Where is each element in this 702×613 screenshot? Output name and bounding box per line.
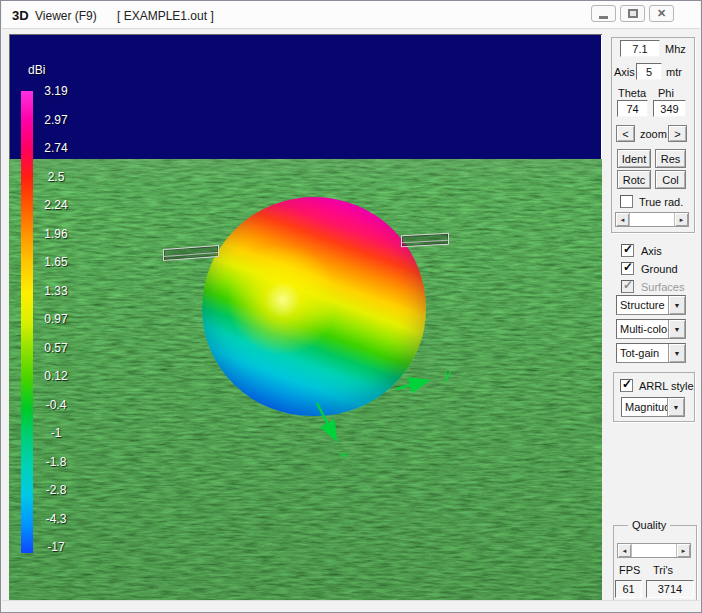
theta-input[interactable] bbox=[617, 100, 648, 117]
color-mode-dropdown-value: Multi-colo bbox=[617, 323, 668, 335]
titlebar[interactable]: 3D Viewer (F9) [ EXAMPLE1.out ] ✕ bbox=[2, 1, 700, 29]
scale-tick-label: 2.97 bbox=[37, 113, 75, 127]
window-buttons: ✕ bbox=[591, 5, 674, 22]
minimize-button[interactable] bbox=[591, 5, 616, 22]
x-axis-label: x bbox=[336, 447, 353, 461]
scale-tick-label: 3.19 bbox=[37, 84, 75, 98]
surfaces-checkbox-label: Surfaces bbox=[641, 281, 684, 293]
frequency-input[interactable] bbox=[620, 40, 660, 57]
control-panel: Mhz Axis mtr Theta Phi < zoom > Ident Re… bbox=[605, 29, 699, 608]
scale-tick-label: 1.65 bbox=[37, 255, 75, 269]
res-button[interactable]: Res bbox=[655, 149, 686, 168]
scroll-right-icon[interactable]: ► bbox=[677, 544, 690, 557]
zoom-label: zoom bbox=[640, 128, 667, 140]
col-button[interactable]: Col bbox=[655, 170, 686, 189]
rotc-button[interactable]: Rotc bbox=[617, 170, 651, 189]
scale-tick-label: 0.97 bbox=[37, 312, 75, 326]
x-axis-arrow bbox=[317, 403, 335, 438]
scale-tick-label: 1.96 bbox=[37, 227, 75, 241]
scale-tick-label: -4.3 bbox=[37, 512, 75, 526]
frequency-unit-label: Mhz bbox=[665, 43, 686, 55]
scroll-left-icon[interactable]: ◄ bbox=[618, 544, 631, 557]
arrl-style-checkbox[interactable]: ✓ bbox=[620, 379, 633, 392]
fps-value: 61 bbox=[615, 580, 642, 598]
gain-type-dropdown[interactable]: Tot-gain ▼ bbox=[616, 343, 686, 363]
axis-arrows: y x bbox=[9, 34, 602, 600]
check-icon: ✓ bbox=[623, 260, 633, 274]
window-bottom-frame bbox=[2, 600, 700, 612]
3d-viewer-window: 3D Viewer (F9) [ EXAMPLE1.out ] ✕ bbox=[0, 0, 702, 613]
scale-tick-label: -17 bbox=[37, 540, 75, 554]
structure-dropdown[interactable]: Structure ▼ bbox=[616, 295, 686, 315]
true-rad-label: True rad. bbox=[639, 196, 683, 208]
scale-tick-label: -0.4 bbox=[37, 398, 75, 412]
maximize-icon bbox=[628, 9, 638, 18]
tris-value: 3714 bbox=[646, 580, 694, 598]
scale-tick-label: 2.5 bbox=[37, 170, 75, 184]
phi-label: Phi bbox=[658, 87, 674, 99]
magnitude-dropdown[interactable]: Magnitud ▼ bbox=[621, 397, 685, 417]
scale-tick-label: -1.8 bbox=[37, 455, 75, 469]
window-title: Viewer (F9) bbox=[35, 9, 97, 23]
arrl-style-label: ARRL style bbox=[639, 380, 694, 392]
scale-tick-label: -2.8 bbox=[37, 483, 75, 497]
gain-scale-labels: 3.192.972.742.52.241.961.651.330.970.570… bbox=[37, 84, 75, 554]
axis-length-unit-label: mtr bbox=[666, 66, 682, 78]
chevron-down-icon[interactable]: ▼ bbox=[668, 344, 685, 362]
gain-colorbar bbox=[21, 91, 33, 553]
check-icon: ✓ bbox=[622, 377, 632, 391]
scale-unit-label: dBi bbox=[28, 63, 45, 77]
axis-length-input[interactable] bbox=[636, 63, 662, 80]
minimize-icon bbox=[599, 16, 608, 19]
phi-input[interactable] bbox=[653, 100, 686, 117]
tris-label: Tri's bbox=[653, 564, 673, 576]
rotation-scrollbar[interactable]: ◄ ► bbox=[615, 212, 689, 227]
scale-tick-label: 0.12 bbox=[37, 369, 75, 383]
scale-tick-label: 1.33 bbox=[37, 284, 75, 298]
scale-tick-label: -1 bbox=[37, 426, 75, 440]
chevron-down-icon[interactable]: ▼ bbox=[667, 398, 684, 416]
magnitude-dropdown-value: Magnitud bbox=[622, 401, 667, 413]
scroll-right-icon[interactable]: ► bbox=[675, 213, 688, 226]
close-icon: ✕ bbox=[657, 8, 666, 19]
chevron-down-icon[interactable]: ▼ bbox=[668, 296, 685, 314]
3d-viewport[interactable]: y x dBi 3.192.972.742.52.241.961.651.330… bbox=[9, 34, 602, 600]
scrollbar-thumb[interactable] bbox=[629, 213, 675, 226]
scale-tick-label: 2.74 bbox=[37, 141, 75, 155]
quality-slider-thumb[interactable] bbox=[631, 544, 677, 557]
zoom-out-button[interactable]: < bbox=[616, 125, 635, 142]
quality-slider[interactable]: ◄ ► bbox=[617, 543, 691, 558]
check-icon: ✓ bbox=[623, 242, 633, 256]
axis-length-label: Axis bbox=[614, 66, 635, 78]
ident-button[interactable]: Ident bbox=[617, 149, 651, 168]
theta-label: Theta bbox=[618, 87, 646, 99]
close-button[interactable]: ✕ bbox=[649, 5, 674, 22]
quality-group-title: Quality bbox=[628, 519, 670, 531]
check-icon: ✓ bbox=[623, 278, 633, 292]
fps-label: FPS bbox=[619, 564, 640, 576]
y-axis-arrow bbox=[396, 381, 426, 389]
axis-checkbox[interactable]: ✓ bbox=[621, 244, 634, 257]
zoom-in-button[interactable]: > bbox=[668, 125, 687, 142]
window-title-filename: [ EXAMPLE1.out ] bbox=[117, 9, 214, 23]
app-logo: 3D bbox=[12, 8, 29, 23]
maximize-button[interactable] bbox=[620, 5, 645, 22]
true-rad-checkbox[interactable] bbox=[620, 195, 633, 208]
surfaces-checkbox: ✓ bbox=[621, 280, 634, 293]
ground-checkbox-label: Ground bbox=[641, 263, 678, 275]
axis-checkbox-label: Axis bbox=[641, 245, 662, 257]
gain-type-dropdown-value: Tot-gain bbox=[617, 347, 668, 359]
structure-dropdown-value: Structure bbox=[617, 299, 668, 311]
chevron-down-icon[interactable]: ▼ bbox=[668, 320, 685, 338]
color-mode-dropdown[interactable]: Multi-colo ▼ bbox=[616, 319, 686, 339]
scale-tick-label: 0.57 bbox=[37, 341, 75, 355]
scroll-left-icon[interactable]: ◄ bbox=[616, 213, 629, 226]
scale-tick-label: 2.24 bbox=[37, 198, 75, 212]
ground-checkbox[interactable]: ✓ bbox=[621, 262, 634, 275]
y-axis-label: y bbox=[443, 366, 452, 382]
